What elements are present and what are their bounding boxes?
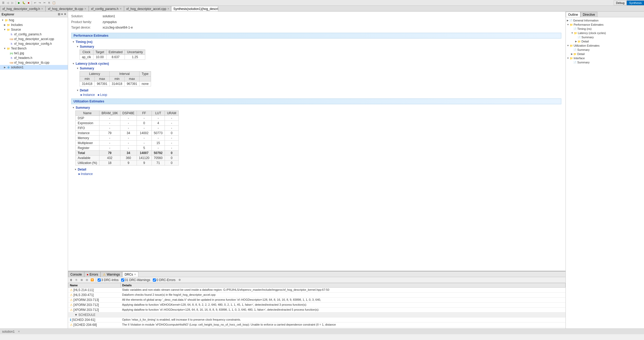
tree-includes[interactable]: ▶ 📁 Includes (0, 23, 68, 27)
log-row-sched68b[interactable]: ⚠ [SCHED 204-68] The II Violation in mod… (68, 327, 565, 329)
menu-icon[interactable]: ☰ (1, 1, 5, 5)
outline-timing[interactable]: ▶ 📄 Timing (ns) (566, 27, 644, 31)
log-row-sched61[interactable]: ℹ [SCHED 204-61] Option 'relax_ii_for_ti… (68, 317, 565, 322)
latency-max2-val: 967391 (125, 81, 139, 86)
tab-hog-tb-close[interactable]: ✕ (84, 7, 86, 10)
log-row-hls214[interactable]: ⚠ [HLS 214-111] Static variables and non… (68, 288, 565, 293)
tab-hog-config[interactable]: xf_hog_descriptor_config.h ✕ (0, 6, 46, 11)
outline-latency-summary[interactable]: ▶ 📄 Summary (566, 35, 644, 39)
latency-summary-header[interactable]: ▼ Summary (75, 66, 561, 71)
tab-config-params-close[interactable]: ✕ (120, 7, 122, 10)
tree-includes-arrow: ▶ (3, 23, 6, 26)
outline-util-summary[interactable]: ▶ 📄 Summary (566, 48, 644, 52)
bottom-tab-drcs[interactable]: DRCs ✕ (122, 272, 138, 277)
drc-error-filter[interactable]: 0 DRC-Errors (153, 278, 176, 282)
util-col-name: Name (76, 111, 99, 116)
filter-icon[interactable]: 🔽 (90, 278, 94, 282)
outline-interface[interactable]: ▼ 📁 Interface (566, 56, 644, 60)
drc-info-filter[interactable]: 3 DRC-Infos (98, 278, 119, 282)
tab-config-params[interactable]: xf_config_params.h ✕ (89, 6, 124, 11)
bottom-tab-console[interactable]: Console (68, 272, 84, 277)
tree-config-params-label: xf_config_params.h (14, 32, 42, 36)
outline-latency[interactable]: ▼ 📁 Latency (clock cycles) (566, 31, 644, 35)
copy-icon[interactable]: ⎘ (47, 1, 51, 5)
outline-interface-summary[interactable]: ▶ 📄 Summary (566, 60, 644, 64)
latency-detail-header[interactable]: ▼ Detail (75, 88, 561, 93)
forward-icon[interactable]: ▷ (10, 1, 15, 5)
synthesis-perspective-tab[interactable]: Synthesis (627, 1, 644, 5)
bottom-tab-errors[interactable]: ● Errors (84, 272, 100, 277)
drcs-tab-close[interactable]: ✕ (134, 273, 136, 276)
util-row-available: Available 432 360 141120 70560 0 (76, 155, 179, 160)
outline-util-estimates[interactable]: ▼ 📁 Utilization Estimates (566, 43, 644, 48)
drc-error-checkbox[interactable] (153, 278, 156, 282)
util-estimates-header: Utilization Estimates (71, 98, 561, 104)
stop-icon[interactable]: ■ (26, 1, 31, 5)
log-row-xform712a[interactable]: ⚠ [XFORM 203-712] Applying dataflow to f… (68, 303, 565, 308)
collapse-all-icon[interactable]: ⊟ (85, 278, 89, 282)
tab-hog-config-close[interactable]: ✕ (41, 7, 43, 10)
back-icon[interactable]: ◁ (6, 1, 10, 5)
explorer-collapse-icon[interactable]: ⊟ (58, 13, 60, 16)
tree-config-params[interactable]: ▶ h xf_config_params.h (0, 32, 68, 37)
expand-all-icon[interactable]: ⊞ (80, 278, 84, 282)
undo-icon[interactable]: ↩ (33, 1, 37, 5)
tree-hog[interactable]: ▼ 📁 hog (0, 18, 68, 23)
outline-latency-detail-arrow: ▶ (575, 40, 577, 43)
tree-solution1[interactable]: ▶ ⚙ solution1 (0, 65, 68, 70)
drc-warning-checkbox[interactable] (121, 278, 124, 282)
outline-tab[interactable]: Outline (566, 12, 580, 17)
drc-info-checkbox[interactable] (98, 278, 101, 282)
tree-testbench[interactable]: ▼ 📁 Test Bench (0, 46, 68, 51)
tree-accel-cpp[interactable]: ▶ cpp xf_hog_descriptor_accel.cpp (0, 37, 68, 41)
redo-icon[interactable]: ↪ (38, 1, 42, 5)
latency-col-type: Type (139, 71, 151, 76)
tree-hog-config[interactable]: ▶ h xf_hog_descriptor_config.h (0, 41, 68, 46)
tab-synthesis-rpt[interactable]: Synthesis(solution1)(hog_descriptor_acce… (171, 6, 218, 11)
directive-tab[interactable]: Directive (580, 12, 597, 17)
tab-accel-cpp[interactable]: xf_hog_descriptor_accel.cpp ✕ (124, 6, 171, 11)
run-icon[interactable]: ▶ (17, 1, 21, 5)
latency-instance-link[interactable]: ▶ Instance (80, 93, 96, 97)
copy-log-icon[interactable]: ⎘ (74, 278, 79, 282)
tab-accel-cpp-close[interactable]: ✕ (167, 7, 169, 10)
util-detail-header[interactable]: ▼ Detail (73, 167, 561, 172)
drc-warning-filter[interactable]: 31 DRC-Warnings (121, 278, 150, 282)
log-row-xform712b[interactable]: ⚠ [XFORM 203-712] Applying dataflow to f… (68, 308, 565, 312)
outline-util-detail[interactable]: ▶ 📁 Detail (566, 52, 644, 56)
util-summary-header[interactable]: ▼ Summary (71, 105, 561, 110)
log-row-sched68a[interactable]: ⚠ [SCHED 204-68] The II Violation in mod… (68, 322, 565, 327)
outline-general-info[interactable]: ▶ 📄 General Information (566, 18, 644, 23)
latency-header[interactable]: ▼ Latency (clock cycles) (71, 61, 561, 66)
errors-dot-icon: ● (87, 273, 88, 276)
tree-tw1-jpg[interactable]: ▶ jpg tw1.jpg (0, 51, 68, 56)
timing-summary-header[interactable]: ▼ Summary (75, 44, 561, 49)
util-instance-link[interactable]: ▶ Instance (77, 172, 94, 176)
tree-xf-headers[interactable]: ▶ h xf_headers.h (0, 56, 68, 60)
bottom-tab-warnings[interactable]: ⚠ Warnings (100, 272, 122, 277)
debug-icon[interactable]: 🐛 (22, 1, 26, 5)
log-row-hls200[interactable]: ⚠ [HLS 200-471] Dataform checks found 2 … (68, 293, 565, 298)
log-row-schedule-group[interactable]: ▼ SCHEDULE (68, 312, 565, 317)
outline-perf-estimates[interactable]: ▼ 📁 Performance Estimates (566, 23, 644, 27)
tree-hog-arrow: ▼ (1, 19, 4, 22)
outline-util-detail-arrow: ▶ (571, 53, 573, 55)
debug-perspective-tab[interactable]: Debug (614, 1, 627, 5)
paste-icon[interactable]: 📋 (52, 1, 56, 5)
log-row-xform713[interactable]: ⚠ [XFORM 203-713] All the elements of gl… (68, 298, 565, 303)
latency-loop-link[interactable]: ▶ Loop (97, 93, 108, 97)
timing-header[interactable]: ▼ Timing (ns) (71, 40, 561, 44)
outline-latency-detail[interactable]: ▶ 📁 Detail (566, 39, 644, 43)
status-close-icon[interactable]: ✕ (18, 330, 20, 333)
explorer-menu-icon[interactable]: ▾ (61, 13, 63, 16)
filter-options-icon[interactable]: ⚙ (178, 278, 182, 282)
tree-source[interactable]: ▼ 📁 Source (0, 27, 68, 32)
clear-log-icon[interactable]: 🗑 (69, 278, 73, 282)
tab-hog-tb[interactable]: xf_hog_descriptor_tb.cpp ✕ (46, 6, 89, 11)
tree-hog-tb[interactable]: ▶ cpp xf_hog_descriptor_tb.cpp (0, 60, 68, 65)
timing-arrow: ▼ (72, 41, 75, 43)
cut-icon[interactable]: ✂ (42, 1, 47, 5)
util-row-mux: Multiplexer - - - 15 - (76, 140, 179, 145)
tree-tw1-jpg-label: tw1.jpg (14, 51, 24, 55)
explorer-close-icon[interactable]: ✕ (64, 13, 66, 16)
